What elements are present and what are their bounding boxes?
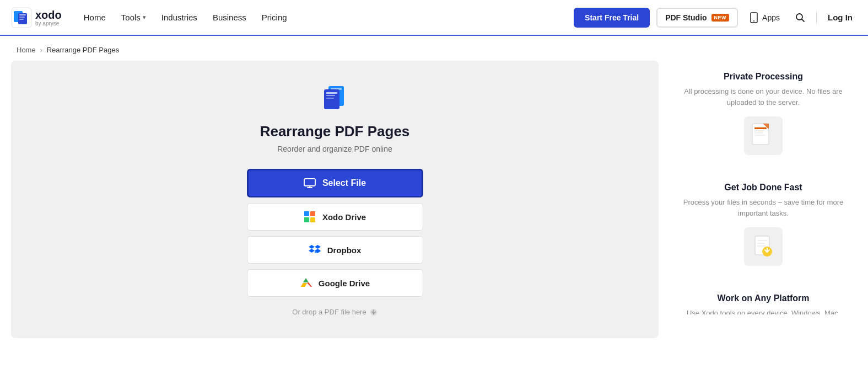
breadcrumb-current: Rearrange PDF Pages bbox=[47, 46, 120, 54]
svg-rect-46 bbox=[757, 245, 766, 247]
new-badge: NEW bbox=[711, 14, 730, 22]
svg-rect-23 bbox=[310, 217, 315, 222]
tool-subtitle: Reorder and organize PDF online bbox=[277, 145, 392, 153]
sidebar-feature-get-job-done: Get Job Done Fast Process your files in … bbox=[670, 172, 857, 282]
header-divider bbox=[816, 12, 817, 24]
svg-rect-39 bbox=[754, 130, 764, 131]
svg-marker-26 bbox=[309, 249, 315, 253]
file-actions: Select File Xodo Drive bbox=[247, 169, 423, 297]
sidebar-feature-any-platform: Work on Any Platform Use Xodo tools on e… bbox=[670, 282, 857, 314]
get-job-done-icon-wrap bbox=[678, 227, 848, 266]
svg-rect-41 bbox=[754, 135, 765, 136]
nav-home[interactable]: Home bbox=[78, 9, 111, 25]
nav-industries[interactable]: Industries bbox=[156, 9, 203, 25]
any-platform-title: Work on Any Platform bbox=[678, 293, 848, 303]
tool-icon-wrap bbox=[319, 83, 352, 115]
breadcrumb-separator: › bbox=[40, 46, 42, 54]
logo[interactable]: xodo by apryse bbox=[11, 7, 62, 28]
google-drive-button[interactable]: Google Drive bbox=[247, 269, 423, 297]
svg-marker-30 bbox=[303, 278, 309, 282]
drop-hint: Or drop a PDF file here bbox=[292, 308, 377, 316]
header: xodo by apryse Home Tools ▾ Industries B… bbox=[0, 0, 868, 36]
search-button[interactable] bbox=[791, 10, 810, 25]
google-drive-icon bbox=[300, 277, 312, 289]
svg-rect-44 bbox=[757, 240, 767, 241]
svg-rect-15 bbox=[326, 95, 335, 96]
svg-rect-4 bbox=[19, 17, 25, 18]
nav-pricing[interactable]: Pricing bbox=[256, 9, 293, 25]
svg-rect-5 bbox=[19, 19, 24, 20]
nav-tools[interactable]: Tools ▾ bbox=[116, 9, 152, 25]
private-processing-icon-wrap bbox=[678, 116, 848, 155]
dropbox-button[interactable]: Dropbox bbox=[247, 236, 423, 264]
tools-dropdown-icon: ▾ bbox=[143, 14, 146, 21]
svg-rect-38 bbox=[754, 127, 767, 129]
svg-rect-16 bbox=[326, 98, 334, 99]
xodo-drive-button[interactable]: Xodo Drive bbox=[247, 203, 423, 231]
nav-business[interactable]: Business bbox=[207, 9, 252, 25]
svg-marker-24 bbox=[309, 245, 315, 249]
any-platform-desc: Use Xodo tools on every device. Windows,… bbox=[678, 308, 848, 314]
dropbox-icon bbox=[309, 244, 321, 256]
sidebar: Private Processing All processing is don… bbox=[670, 61, 857, 314]
logo-sub: by apryse bbox=[35, 21, 62, 26]
pdf-studio-button[interactable]: PDF Studio NEW bbox=[656, 8, 738, 28]
svg-rect-3 bbox=[19, 14, 26, 15]
private-processing-svg bbox=[750, 121, 777, 151]
private-processing-title: Private Processing bbox=[678, 72, 848, 82]
tool-area: Rearrange PDF Pages Reorder and organize… bbox=[11, 61, 659, 338]
private-processing-icon bbox=[744, 116, 783, 155]
logo-name: xodo bbox=[35, 9, 62, 21]
svg-marker-32 bbox=[307, 282, 312, 287]
svg-marker-33 bbox=[301, 283, 307, 287]
tool-title: Rearrange PDF Pages bbox=[260, 123, 410, 140]
svg-rect-14 bbox=[326, 92, 337, 94]
svg-rect-22 bbox=[304, 217, 309, 222]
svg-marker-25 bbox=[315, 245, 321, 249]
drop-icon bbox=[370, 308, 378, 316]
start-trial-button[interactable]: Start Free Trial bbox=[574, 8, 650, 28]
get-job-done-svg bbox=[750, 232, 777, 262]
breadcrumb-home[interactable]: Home bbox=[17, 46, 36, 54]
private-processing-desc: All processing is done on your device. N… bbox=[678, 86, 848, 108]
login-button[interactable]: Log In bbox=[823, 9, 857, 25]
search-icon bbox=[795, 13, 805, 23]
select-file-button[interactable]: Select File bbox=[247, 169, 423, 197]
svg-marker-28 bbox=[315, 249, 321, 253]
svg-rect-40 bbox=[754, 132, 763, 133]
header-actions: Start Free Trial PDF Studio NEW Apps Log… bbox=[574, 8, 857, 28]
svg-rect-45 bbox=[757, 243, 765, 244]
xodo-logo-icon bbox=[11, 7, 32, 28]
get-job-done-title: Get Job Done Fast bbox=[678, 183, 848, 193]
phone-icon bbox=[749, 12, 759, 23]
main-nav: Home Tools ▾ Industries Business Pricing bbox=[78, 9, 574, 25]
svg-rect-21 bbox=[310, 211, 315, 216]
rearrange-pdf-icon bbox=[319, 83, 352, 113]
svg-rect-20 bbox=[304, 211, 309, 216]
svg-rect-17 bbox=[304, 179, 315, 186]
computer-icon bbox=[304, 178, 316, 188]
svg-point-7 bbox=[753, 20, 754, 22]
get-job-done-icon bbox=[744, 227, 783, 266]
sidebar-feature-private-processing: Private Processing All processing is don… bbox=[670, 61, 857, 172]
svg-line-9 bbox=[802, 19, 805, 22]
get-job-done-desc: Process your files in seconds – save tim… bbox=[678, 197, 848, 218]
main-layout: Rearrange PDF Pages Reorder and organize… bbox=[0, 61, 868, 349]
breadcrumb: Home › Rearrange PDF Pages bbox=[0, 36, 868, 61]
apps-button[interactable]: Apps bbox=[745, 10, 784, 25]
xodo-drive-icon bbox=[304, 211, 316, 223]
